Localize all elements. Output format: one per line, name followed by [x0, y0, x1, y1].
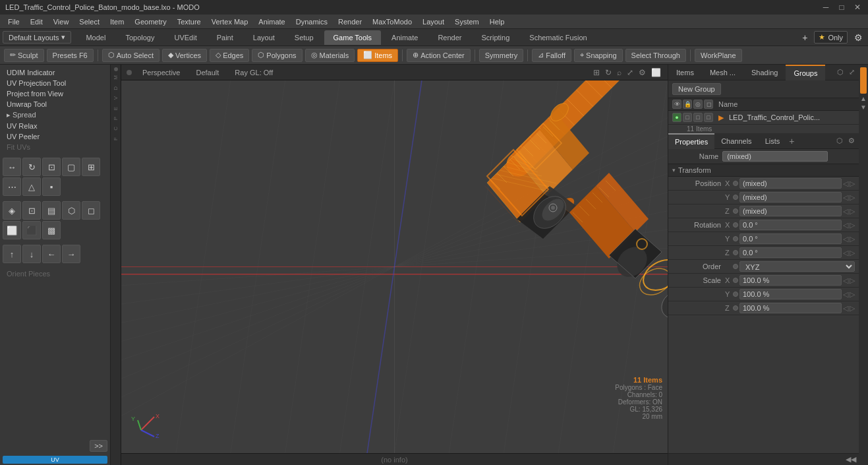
menu-vertex-map[interactable]: Vertex Map	[206, 16, 254, 27]
rotation-y-anim-icon[interactable]: ◁	[843, 235, 848, 243]
maximize-button[interactable]: □	[836, 3, 847, 12]
uv-projection-tool[interactable]: UV Projection Tool	[3, 78, 107, 88]
scale-y-input[interactable]	[739, 289, 842, 299]
presets-button[interactable]: Presets F6	[47, 49, 94, 62]
render-col-icon[interactable]: ◎	[693, 100, 703, 109]
symmetry-button[interactable]: Symmetry	[479, 49, 524, 62]
workplane-button[interactable]: WorkPlane	[695, 49, 742, 62]
menu-system[interactable]: System	[449, 16, 484, 27]
dots-icon[interactable]: ⋯	[3, 177, 21, 196]
order-select[interactable]: XYZ XZY YXZ YZX ZXY ZYX	[739, 261, 855, 272]
tab-paint[interactable]: Paint	[208, 30, 243, 45]
uv-icon1[interactable]: ◈	[3, 201, 21, 220]
menu-select[interactable]: Select	[74, 16, 105, 27]
move-icon[interactable]: ↔	[3, 158, 21, 176]
vertices-button[interactable]: ◆ Vertices	[162, 49, 207, 62]
rotation-z-next-icon[interactable]: ▷	[850, 249, 855, 257]
scale-x-next-icon[interactable]: ▷	[850, 276, 855, 285]
rotation-x-next-icon[interactable]: ▷	[850, 221, 855, 230]
action-center-button[interactable]: ⊕ Action Center	[407, 49, 471, 62]
tab-groups[interactable]: Groups	[786, 65, 825, 80]
scale-y-next-icon[interactable]: ▷	[850, 290, 855, 299]
position-z-anim-icon[interactable]: ◁	[843, 207, 848, 216]
expand-icon[interactable]: ⬜	[650, 67, 662, 78]
position-x-anim-icon[interactable]: ◁	[843, 179, 848, 188]
add-props-tab-button[interactable]: +	[786, 135, 797, 148]
transform-header[interactable]: ▾ Transform	[668, 164, 859, 177]
rotation-x-input[interactable]	[739, 220, 842, 230]
menu-help[interactable]: Help	[484, 16, 510, 27]
down-icon[interactable]: ↓	[22, 245, 41, 263]
tab-animate[interactable]: Animate	[382, 30, 427, 45]
search-icon[interactable]: ⌕	[616, 67, 623, 78]
scale-z-input[interactable]	[739, 303, 842, 313]
close-button[interactable]: ✕	[852, 3, 863, 12]
rotation-y-input[interactable]	[739, 233, 842, 244]
lock-col-icon[interactable]: 🔒	[683, 100, 692, 109]
position-z-input[interactable]	[739, 206, 842, 216]
project-from-view-tool[interactable]: Project from View	[3, 88, 107, 99]
props-prev-button[interactable]: ◀◀	[846, 455, 856, 464]
layouts-dropdown[interactable]: Default Layouts ▾	[3, 31, 71, 44]
uv-icon5[interactable]: ◻	[82, 201, 100, 220]
spread-tool[interactable]: ▸ Spread	[3, 109, 107, 121]
menu-view[interactable]: View	[48, 16, 74, 27]
strip-arrow-down[interactable]: ▼	[860, 104, 867, 111]
rotation-z-anim-icon[interactable]: ◁	[843, 249, 848, 257]
orange-strip-button[interactable]	[860, 67, 867, 94]
fullscreen-icon[interactable]: ⤢	[625, 67, 635, 78]
menu-file[interactable]: File	[3, 16, 25, 27]
group-lock-icon[interactable]: □	[683, 113, 692, 122]
unwrap-tool[interactable]: Unwrap Tool	[3, 99, 107, 109]
uv-icon3[interactable]: ▤	[42, 201, 61, 220]
sel-col-icon[interactable]: ◻	[704, 100, 713, 109]
only-toggle[interactable]: ★ Only	[814, 31, 848, 44]
scale-z-anim-icon[interactable]: ◁	[843, 304, 848, 313]
new-group-button[interactable]: New Group	[672, 83, 721, 95]
props-settings-icon[interactable]: ⚙	[847, 135, 856, 146]
settings-icon[interactable]: ⚙	[852, 32, 865, 43]
uv-icon8[interactable]: ▩	[42, 221, 61, 239]
position-y-next-icon[interactable]: ▷	[850, 193, 855, 202]
menu-maxtomodo[interactable]: MaxToModo	[367, 16, 417, 27]
orient-pieces-tool[interactable]: Orient Pieces	[3, 268, 107, 279]
rotation-y-next-icon[interactable]: ▷	[850, 235, 855, 243]
tab-setup[interactable]: Setup	[285, 30, 323, 45]
add-tab-button[interactable]: +	[799, 32, 810, 43]
snapping-button[interactable]: ⌖ Snapping	[574, 49, 623, 62]
menu-geometry[interactable]: Geometry	[129, 16, 171, 27]
expand-right-icon[interactable]: ⬡	[836, 67, 845, 78]
uv-icon6[interactable]: ⬜	[3, 221, 21, 239]
tri-icon[interactable]: △	[22, 177, 41, 196]
tab-uvedit[interactable]: UVEdit	[165, 30, 206, 45]
uv-peeler-tool[interactable]: UV Peeler	[3, 131, 107, 142]
tool4-icon[interactable]: ▢	[62, 158, 80, 176]
scale-x-anim-icon[interactable]: ◁	[843, 276, 848, 285]
viewport-raygl-label[interactable]: Ray GL: Off	[229, 67, 278, 78]
tab-properties[interactable]: Properties	[668, 133, 714, 149]
minimize-button[interactable]: ─	[821, 3, 831, 12]
scale-z-dot[interactable]	[733, 305, 738, 311]
falloff-button[interactable]: ⊿ Falloff	[532, 49, 571, 62]
order-dot[interactable]	[733, 264, 738, 269]
scale-x-dot[interactable]	[733, 278, 738, 283]
group-sel-icon[interactable]: □	[704, 113, 713, 122]
menu-dynamics[interactable]: Dynamics	[291, 16, 333, 27]
position-x-next-icon[interactable]: ▷	[850, 179, 855, 188]
group-render-icon[interactable]: □	[693, 113, 703, 122]
grid-icon[interactable]: ⊞	[82, 158, 100, 176]
position-x-input[interactable]	[739, 178, 842, 189]
scale-z-next-icon[interactable]: ▷	[850, 304, 855, 313]
uv-mode-indicator[interactable]: UV	[3, 456, 107, 464]
strip-arrow-up[interactable]: ▲	[860, 95, 867, 102]
eye-col-icon[interactable]: 👁	[672, 100, 681, 109]
uv-icon7[interactable]: ⬛	[22, 221, 41, 239]
menu-render[interactable]: Render	[333, 16, 367, 27]
rotation-x-dot[interactable]	[733, 222, 738, 228]
menu-edit[interactable]: Edit	[25, 16, 48, 27]
sculpt-button[interactable]: ✏ Sculpt	[4, 49, 44, 62]
tab-shading[interactable]: Shading	[743, 65, 786, 80]
polygons-button[interactable]: ⬡ Polygons	[252, 49, 302, 62]
position-x-dot[interactable]	[733, 181, 738, 186]
viewport-default-label[interactable]: Default	[190, 67, 224, 78]
